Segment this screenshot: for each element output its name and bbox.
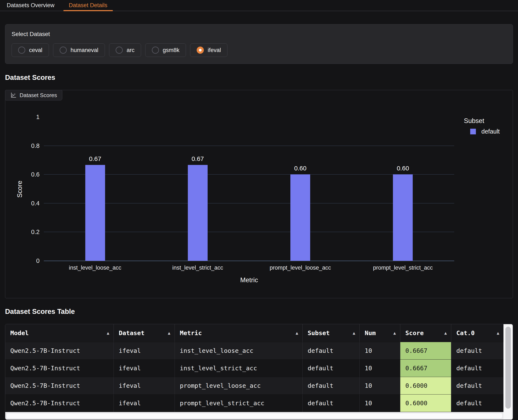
radio-unselected-icon [18, 46, 25, 54]
dataset-scores-table: Model▲Dataset▲Metric▲Subset▲Num▲Score▲Ca… [5, 324, 513, 420]
sort-ascending-icon[interactable]: ▲ [497, 330, 499, 336]
tab-datasets-overview[interactable]: Datasets Overview [1, 0, 60, 11]
column-header-model[interactable]: Model▲ [5, 324, 114, 342]
table-cell: Qwen2.5-7B-Instruct [5, 395, 114, 412]
column-header-dataset[interactable]: Dataset▲ [114, 324, 175, 342]
x-tick-label: prompt_level_loose_acc [270, 264, 331, 271]
table-cell: default [451, 360, 503, 377]
gridline [44, 232, 454, 232]
score-cell: 0.6667 [400, 360, 451, 377]
bar-prompt_level_loose_acc [290, 174, 310, 261]
column-header-label: Cat.0 [456, 330, 475, 337]
chart-legend: Subset default [464, 117, 500, 135]
table-row: Qwen2.5-7B-Instructifevalinst_level_stri… [5, 359, 513, 377]
table-cell: ifeval [114, 342, 175, 359]
scatter-plot-icon [10, 92, 17, 98]
sort-ascending-icon[interactable]: ▲ [444, 330, 447, 336]
sort-ascending-icon[interactable]: ▲ [353, 330, 355, 336]
bar-inst_level_strict_acc [188, 165, 208, 261]
legend-title: Subset [464, 117, 500, 125]
sort-ascending-icon[interactable]: ▲ [168, 330, 170, 336]
radio-option-label: ceval [29, 47, 42, 53]
select-dataset-panel: Select Dataset cevalhumanevalarcgsm8kife… [5, 24, 513, 64]
table-cell: prompt_level_strict_acc [175, 395, 303, 412]
radio-option-gsm8k[interactable]: gsm8k [145, 43, 186, 57]
gridline [44, 174, 454, 175]
table-vertical-scrollbar[interactable] [503, 324, 513, 420]
gridline [44, 203, 454, 203]
y-axis-title: Score [16, 181, 24, 198]
x-tick-label: prompt_level_strict_acc [373, 264, 433, 271]
table-cell: ifeval [114, 395, 175, 412]
radio-selected-icon [197, 46, 204, 54]
horizontal-scrollbar-thumb[interactable] [6, 413, 503, 419]
column-header-metric[interactable]: Metric▲ [175, 324, 303, 342]
table-cell: Qwen2.5-7B-Instruct [5, 342, 114, 359]
dataset-radio-group: cevalhumanevalarcgsm8kifeval [12, 43, 506, 57]
column-header-label: Subset [308, 330, 330, 337]
chart-tab-label: Dataset Scores [20, 92, 57, 98]
y-tick-label: 1 [36, 113, 40, 120]
x-tick-label: inst_level_strict_acc [172, 264, 223, 271]
bar-chart: Score Metric Subset default 00.20.40.60.… [5, 90, 513, 298]
table-cell: default [451, 342, 503, 359]
radio-unselected-icon [152, 46, 159, 54]
y-tick-label: 0.4 [31, 200, 40, 207]
table-cell: 10 [360, 395, 400, 412]
table-cell: default [303, 342, 360, 359]
vertical-scrollbar-thumb[interactable] [505, 327, 511, 409]
column-header-label: Dataset [119, 330, 144, 337]
column-header-label: Metric [180, 330, 202, 337]
bar-value-label: 0.60 [294, 165, 306, 172]
score-cell: 0.6667 [400, 342, 451, 359]
column-header-label: Score [405, 330, 424, 337]
column-header-score[interactable]: Score▲ [400, 324, 451, 342]
score-cell: 0.6000 [400, 377, 451, 394]
column-header-label: Num [365, 330, 376, 337]
table-cell: prompt_level_loose_acc [175, 377, 303, 394]
table-horizontal-scrollbar[interactable] [5, 412, 503, 420]
table-cell: ifeval [114, 377, 175, 394]
y-tick-label: 0.2 [31, 229, 40, 235]
table-cell: inst_level_loose_acc [175, 342, 303, 359]
dataset-scores-heading: Dataset Scores [5, 74, 513, 82]
x-axis-title: Metric [240, 276, 258, 284]
bar-value-label: 0.60 [397, 165, 409, 172]
legend-item-default[interactable]: default [464, 128, 500, 135]
table-cell: default [451, 377, 503, 394]
y-tick-label: 0.8 [31, 142, 40, 149]
radio-unselected-icon [116, 46, 123, 54]
column-header-num[interactable]: Num▲ [360, 324, 400, 342]
column-header-cat-0[interactable]: Cat.0▲ [451, 324, 503, 342]
sort-ascending-icon[interactable]: ▲ [393, 330, 396, 336]
bar-value-label: 0.67 [89, 155, 101, 162]
table-cell: Qwen2.5-7B-Instruct [5, 360, 114, 377]
table-header-row: Model▲Dataset▲Metric▲Subset▲Num▲Score▲Ca… [5, 324, 513, 342]
table-cell: default [303, 377, 360, 394]
table-cell: Qwen2.5-7B-Instruct [5, 377, 114, 394]
y-tick-label: 0.6 [31, 171, 40, 178]
sort-ascending-icon[interactable]: ▲ [296, 330, 298, 336]
table-cell: 10 [360, 360, 400, 377]
radio-option-arc[interactable]: arc [109, 43, 141, 57]
tab-dataset-details[interactable]: Dataset Details [63, 0, 113, 11]
radio-option-ifeval[interactable]: ifeval [190, 43, 227, 57]
x-tick-label: inst_level_loose_acc [69, 264, 121, 271]
table-cell: default [303, 395, 360, 412]
legend-item-label: default [481, 128, 500, 135]
radio-option-ceval[interactable]: ceval [12, 43, 49, 57]
legend-color-swatch [470, 129, 476, 134]
bar-inst_level_loose_acc [85, 165, 105, 261]
chart-tab-dataset-scores[interactable]: Dataset Scores [5, 90, 62, 100]
table-cell: inst_level_strict_acc [175, 360, 303, 377]
gridline [44, 146, 454, 146]
table-body: Qwen2.5-7B-Instructifevalinst_level_loos… [5, 342, 513, 412]
sort-ascending-icon[interactable]: ▲ [107, 330, 109, 336]
table-cell: 10 [360, 342, 400, 359]
score-cell: 0.6000 [400, 395, 451, 412]
column-header-subset[interactable]: Subset▲ [303, 324, 360, 342]
radio-option-label: arc [126, 47, 134, 53]
radio-option-humaneval[interactable]: humaneval [53, 43, 105, 57]
dataset-scores-table-heading: Dataset Scores Table [5, 308, 513, 315]
table-cell: ifeval [114, 360, 175, 377]
